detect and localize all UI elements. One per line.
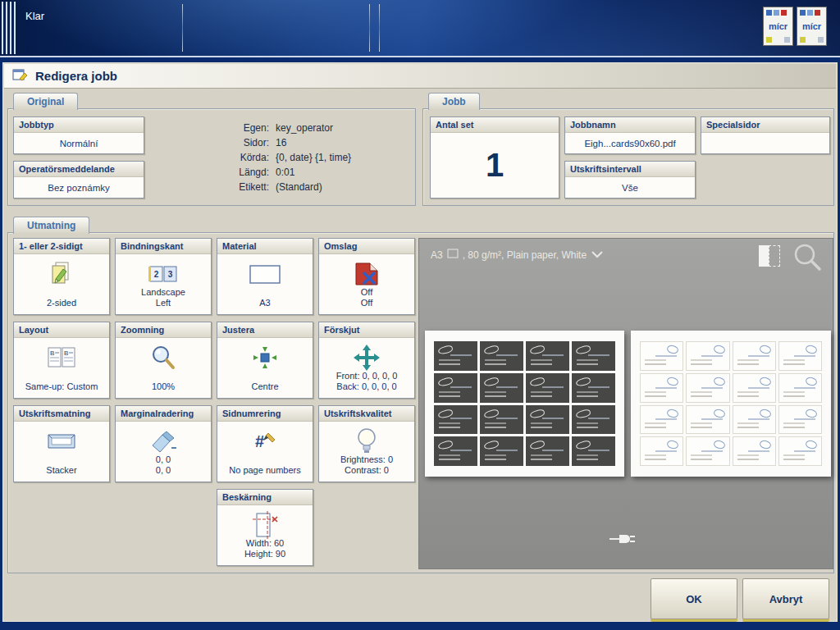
preview-card (686, 405, 729, 435)
info-value: {0, date} {1, time} (276, 152, 410, 163)
utmatning-group: Utmatning 1- eller 2-sidigt 2-sided Bind… (7, 232, 834, 573)
stacker-tray-icon (14, 425, 109, 458)
info-key: Körda: (205, 152, 269, 163)
tile-label: Marginalradering (116, 406, 211, 422)
svg-text:2: 2 (154, 270, 159, 279)
topbar: Klar mícr mícr (0, 0, 840, 57)
cancel-button[interactable]: Avbryt (742, 578, 829, 619)
output-button[interactable]: Utskriftsmatning Stacker (13, 405, 110, 482)
preview-card (526, 341, 569, 371)
preview-page-front (425, 331, 624, 477)
ok-button[interactable]: OK (651, 578, 737, 619)
preview-card (778, 341, 822, 371)
preview-card (480, 436, 523, 466)
tile-label: Utskriftskvalitet (319, 406, 414, 422)
preview-card (778, 373, 822, 403)
preview-card (686, 373, 729, 403)
tab-original[interactable]: Original (13, 93, 78, 110)
tile-label: Specialsidor (701, 117, 829, 133)
preview-card (640, 405, 683, 435)
cover-button[interactable]: Omslag Off Off (318, 238, 415, 315)
paper-sheet-icon (447, 249, 459, 261)
preview-card (572, 373, 615, 403)
tile-label: Jobbnamn (565, 117, 695, 133)
preview-zoom-icon[interactable] (792, 242, 823, 276)
preview-card (526, 436, 569, 466)
tile-value: Vše (565, 177, 695, 198)
align-centre-icon (217, 341, 313, 374)
preview-card (480, 405, 523, 435)
chevron-down-icon (591, 249, 604, 261)
media-description: , 80 g/m², Plain paper, White (463, 249, 587, 261)
crop-icon (217, 509, 313, 541)
svg-text:B: B (64, 349, 68, 357)
light-bulb-icon (319, 425, 414, 458)
micr-logo: mícr (763, 7, 793, 46)
logo-pixels (800, 37, 824, 43)
cover-off-icon (319, 258, 414, 290)
status-text: Klar (25, 10, 44, 22)
media-size: A3 (431, 249, 443, 261)
tile-label: Justera (217, 322, 313, 338)
preview-card (434, 436, 477, 466)
tile-label: Beskärning (217, 490, 313, 505)
margin-erase-button[interactable]: Marginalradering 0, 0 0, 0 (115, 405, 212, 482)
preview-card (434, 373, 477, 403)
print-quality-button[interactable]: Utskriftskvalitet Brightness: 0 Contrast… (318, 405, 415, 482)
tile-label: Zoomning (116, 322, 211, 338)
material-button[interactable]: Material A3 (217, 238, 313, 315)
tile-label: Antal set (431, 117, 559, 133)
tile-label: Utskriftsintervall (565, 162, 695, 177)
paper-icon (217, 258, 313, 290)
print-range-button[interactable]: Utskriftsintervall Vše (564, 161, 696, 199)
tile-label: Utskriftsmatning (14, 406, 109, 422)
set-count-value: 1 (431, 133, 559, 198)
tile-value: Same-up: Custom (16, 381, 107, 393)
tab-utmatning[interactable]: Utmatning (13, 217, 89, 234)
align-button[interactable]: Justera Centre (217, 322, 313, 399)
sides-button[interactable]: 1- eller 2-sidigt 2-sided (13, 238, 110, 315)
tile-label: Förskjut (319, 322, 414, 338)
special-pages-button[interactable]: Specialsidor (701, 116, 830, 154)
preview-card (778, 405, 822, 435)
operator-message-button[interactable]: Operatörsmeddelande Bez poznámky (13, 161, 144, 199)
magnifier-icon (116, 341, 211, 374)
screen: Klar mícr mícr Redigera jobb (0, 0, 840, 630)
info-key: Längd: (205, 167, 269, 178)
tile-value: 100% (117, 381, 209, 393)
jobbnamn-button[interactable]: Jobbnamn Eigh...cards90x60.pdf (564, 116, 696, 154)
tile-value: Bez poznámky (14, 177, 144, 198)
logo-pixels (800, 10, 824, 16)
tab-jobb[interactable]: Jobb (428, 93, 480, 110)
preview-card (778, 436, 822, 466)
preview-card (526, 373, 569, 403)
logo-pixels (766, 37, 790, 43)
layout-button[interactable]: Layout B B Same-up: Cust (13, 322, 110, 399)
tile-value: Brightness: 0 Contrast: 0 (321, 454, 413, 477)
info-value: 0:01 (276, 167, 410, 178)
preview-card (640, 341, 683, 371)
preview-card (640, 436, 683, 466)
dialog-titlebar: Redigera jobb (4, 64, 836, 89)
page-numbering-button[interactable]: Sidnumrering # No page numbers (217, 405, 313, 482)
media-selector[interactable]: A3 , 80 g/m², Plain paper, White (431, 249, 604, 261)
jobbtyp-button[interactable]: Jobbtyp Normální (13, 116, 144, 154)
crop-button[interactable]: Beskärning Width: 60 Height: 90 (217, 489, 313, 566)
tile-label: Sidnumrering (217, 406, 313, 422)
edit-job-dialog: Redigera jobb Original Jobbtyp Normální … (2, 62, 838, 622)
shift-button[interactable]: Förskjut Front: 0, 0, 0, 0 Back: 0, 0, 0… (318, 322, 415, 399)
separator-sheet-icon[interactable] (759, 245, 780, 267)
zoom-button[interactable]: Zoomning 100% (115, 322, 212, 399)
tile-label: 1- eller 2-sidigt (14, 239, 109, 254)
preview-card (480, 341, 523, 371)
antal-set-button[interactable]: Antal set 1 (430, 116, 559, 199)
tile-value: 2-sided (16, 298, 107, 309)
tile-label: Operatörsmeddelande (14, 162, 144, 177)
preview-card (480, 373, 523, 403)
stapler-plug-icon (609, 532, 637, 549)
svg-text:3: 3 (168, 270, 173, 279)
two-sided-icon (14, 258, 109, 290)
info-key: Sidor: (205, 137, 269, 148)
preview-card (526, 405, 569, 435)
binding-edge-button[interactable]: Bindningskant 2 3 Landscape Left (115, 238, 212, 315)
